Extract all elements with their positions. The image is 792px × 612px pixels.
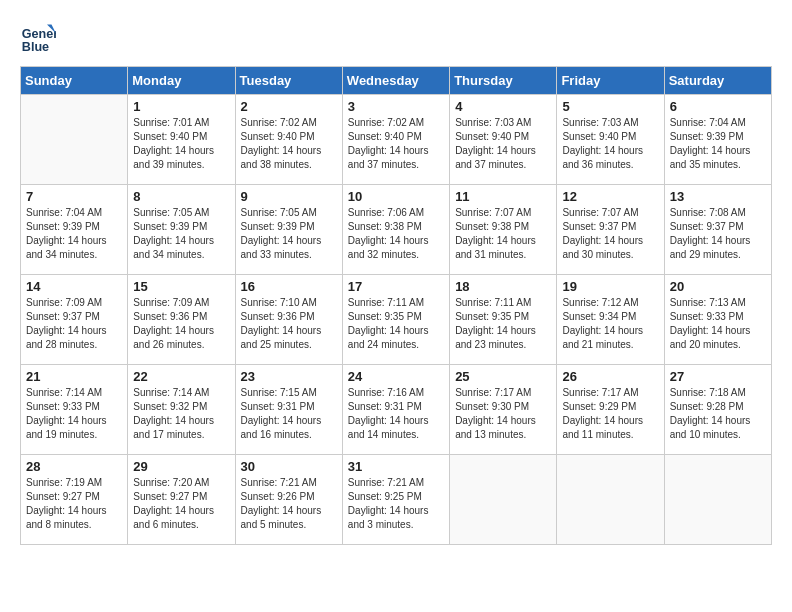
weekday-header: Sunday	[21, 67, 128, 95]
day-number: 31	[348, 459, 444, 474]
day-number: 18	[455, 279, 551, 294]
day-number: 24	[348, 369, 444, 384]
calendar-cell: 10Sunrise: 7:06 AM Sunset: 9:38 PM Dayli…	[342, 185, 449, 275]
calendar-cell	[450, 455, 557, 545]
day-info: Sunrise: 7:10 AM Sunset: 9:36 PM Dayligh…	[241, 296, 337, 352]
day-number: 15	[133, 279, 229, 294]
day-number: 25	[455, 369, 551, 384]
day-number: 12	[562, 189, 658, 204]
calendar-cell: 26Sunrise: 7:17 AM Sunset: 9:29 PM Dayli…	[557, 365, 664, 455]
day-info: Sunrise: 7:05 AM Sunset: 9:39 PM Dayligh…	[133, 206, 229, 262]
day-info: Sunrise: 7:05 AM Sunset: 9:39 PM Dayligh…	[241, 206, 337, 262]
calendar-cell: 25Sunrise: 7:17 AM Sunset: 9:30 PM Dayli…	[450, 365, 557, 455]
day-number: 3	[348, 99, 444, 114]
day-info: Sunrise: 7:03 AM Sunset: 9:40 PM Dayligh…	[562, 116, 658, 172]
day-info: Sunrise: 7:13 AM Sunset: 9:33 PM Dayligh…	[670, 296, 766, 352]
calendar-cell: 29Sunrise: 7:20 AM Sunset: 9:27 PM Dayli…	[128, 455, 235, 545]
day-info: Sunrise: 7:08 AM Sunset: 9:37 PM Dayligh…	[670, 206, 766, 262]
header: General Blue	[20, 20, 772, 56]
calendar-cell: 12Sunrise: 7:07 AM Sunset: 9:37 PM Dayli…	[557, 185, 664, 275]
calendar-cell: 1Sunrise: 7:01 AM Sunset: 9:40 PM Daylig…	[128, 95, 235, 185]
day-info: Sunrise: 7:02 AM Sunset: 9:40 PM Dayligh…	[241, 116, 337, 172]
day-number: 29	[133, 459, 229, 474]
day-number: 17	[348, 279, 444, 294]
calendar-cell: 28Sunrise: 7:19 AM Sunset: 9:27 PM Dayli…	[21, 455, 128, 545]
day-number: 8	[133, 189, 229, 204]
day-info: Sunrise: 7:07 AM Sunset: 9:38 PM Dayligh…	[455, 206, 551, 262]
day-info: Sunrise: 7:09 AM Sunset: 9:36 PM Dayligh…	[133, 296, 229, 352]
day-info: Sunrise: 7:17 AM Sunset: 9:29 PM Dayligh…	[562, 386, 658, 442]
day-number: 26	[562, 369, 658, 384]
day-info: Sunrise: 7:01 AM Sunset: 9:40 PM Dayligh…	[133, 116, 229, 172]
day-info: Sunrise: 7:12 AM Sunset: 9:34 PM Dayligh…	[562, 296, 658, 352]
day-info: Sunrise: 7:11 AM Sunset: 9:35 PM Dayligh…	[348, 296, 444, 352]
day-info: Sunrise: 7:03 AM Sunset: 9:40 PM Dayligh…	[455, 116, 551, 172]
calendar-cell: 23Sunrise: 7:15 AM Sunset: 9:31 PM Dayli…	[235, 365, 342, 455]
calendar-cell: 2Sunrise: 7:02 AM Sunset: 9:40 PM Daylig…	[235, 95, 342, 185]
day-number: 4	[455, 99, 551, 114]
day-info: Sunrise: 7:19 AM Sunset: 9:27 PM Dayligh…	[26, 476, 122, 532]
calendar-cell: 27Sunrise: 7:18 AM Sunset: 9:28 PM Dayli…	[664, 365, 771, 455]
calendar-cell: 13Sunrise: 7:08 AM Sunset: 9:37 PM Dayli…	[664, 185, 771, 275]
day-number: 16	[241, 279, 337, 294]
calendar-cell: 31Sunrise: 7:21 AM Sunset: 9:25 PM Dayli…	[342, 455, 449, 545]
svg-text:Blue: Blue	[22, 40, 49, 54]
day-number: 14	[26, 279, 122, 294]
calendar-cell: 30Sunrise: 7:21 AM Sunset: 9:26 PM Dayli…	[235, 455, 342, 545]
weekday-header: Friday	[557, 67, 664, 95]
day-number: 6	[670, 99, 766, 114]
calendar-cell: 4Sunrise: 7:03 AM Sunset: 9:40 PM Daylig…	[450, 95, 557, 185]
calendar-cell: 24Sunrise: 7:16 AM Sunset: 9:31 PM Dayli…	[342, 365, 449, 455]
day-number: 1	[133, 99, 229, 114]
day-info: Sunrise: 7:11 AM Sunset: 9:35 PM Dayligh…	[455, 296, 551, 352]
calendar-cell	[557, 455, 664, 545]
calendar-cell: 3Sunrise: 7:02 AM Sunset: 9:40 PM Daylig…	[342, 95, 449, 185]
day-info: Sunrise: 7:21 AM Sunset: 9:25 PM Dayligh…	[348, 476, 444, 532]
day-number: 7	[26, 189, 122, 204]
calendar-cell: 22Sunrise: 7:14 AM Sunset: 9:32 PM Dayli…	[128, 365, 235, 455]
day-number: 11	[455, 189, 551, 204]
day-info: Sunrise: 7:04 AM Sunset: 9:39 PM Dayligh…	[670, 116, 766, 172]
day-number: 21	[26, 369, 122, 384]
calendar-cell: 14Sunrise: 7:09 AM Sunset: 9:37 PM Dayli…	[21, 275, 128, 365]
day-number: 19	[562, 279, 658, 294]
calendar-cell: 15Sunrise: 7:09 AM Sunset: 9:36 PM Dayli…	[128, 275, 235, 365]
day-number: 9	[241, 189, 337, 204]
day-info: Sunrise: 7:07 AM Sunset: 9:37 PM Dayligh…	[562, 206, 658, 262]
day-info: Sunrise: 7:09 AM Sunset: 9:37 PM Dayligh…	[26, 296, 122, 352]
weekday-header: Wednesday	[342, 67, 449, 95]
day-info: Sunrise: 7:21 AM Sunset: 9:26 PM Dayligh…	[241, 476, 337, 532]
day-number: 13	[670, 189, 766, 204]
logo: General Blue	[20, 20, 56, 56]
calendar-cell: 20Sunrise: 7:13 AM Sunset: 9:33 PM Dayli…	[664, 275, 771, 365]
calendar-cell: 16Sunrise: 7:10 AM Sunset: 9:36 PM Dayli…	[235, 275, 342, 365]
day-number: 22	[133, 369, 229, 384]
calendar-cell: 9Sunrise: 7:05 AM Sunset: 9:39 PM Daylig…	[235, 185, 342, 275]
day-info: Sunrise: 7:20 AM Sunset: 9:27 PM Dayligh…	[133, 476, 229, 532]
day-number: 27	[670, 369, 766, 384]
calendar-cell: 7Sunrise: 7:04 AM Sunset: 9:39 PM Daylig…	[21, 185, 128, 275]
day-number: 28	[26, 459, 122, 474]
day-number: 5	[562, 99, 658, 114]
day-info: Sunrise: 7:16 AM Sunset: 9:31 PM Dayligh…	[348, 386, 444, 442]
calendar-cell: 21Sunrise: 7:14 AM Sunset: 9:33 PM Dayli…	[21, 365, 128, 455]
day-info: Sunrise: 7:06 AM Sunset: 9:38 PM Dayligh…	[348, 206, 444, 262]
weekday-header: Saturday	[664, 67, 771, 95]
day-number: 20	[670, 279, 766, 294]
calendar-cell: 19Sunrise: 7:12 AM Sunset: 9:34 PM Dayli…	[557, 275, 664, 365]
calendar-cell: 8Sunrise: 7:05 AM Sunset: 9:39 PM Daylig…	[128, 185, 235, 275]
day-number: 30	[241, 459, 337, 474]
weekday-header: Monday	[128, 67, 235, 95]
calendar-cell: 17Sunrise: 7:11 AM Sunset: 9:35 PM Dayli…	[342, 275, 449, 365]
weekday-header: Thursday	[450, 67, 557, 95]
day-info: Sunrise: 7:02 AM Sunset: 9:40 PM Dayligh…	[348, 116, 444, 172]
day-info: Sunrise: 7:18 AM Sunset: 9:28 PM Dayligh…	[670, 386, 766, 442]
logo-icon: General Blue	[20, 20, 56, 56]
calendar-table: SundayMondayTuesdayWednesdayThursdayFrid…	[20, 66, 772, 545]
calendar-cell: 6Sunrise: 7:04 AM Sunset: 9:39 PM Daylig…	[664, 95, 771, 185]
day-info: Sunrise: 7:04 AM Sunset: 9:39 PM Dayligh…	[26, 206, 122, 262]
calendar-cell	[664, 455, 771, 545]
day-info: Sunrise: 7:14 AM Sunset: 9:32 PM Dayligh…	[133, 386, 229, 442]
calendar-cell: 11Sunrise: 7:07 AM Sunset: 9:38 PM Dayli…	[450, 185, 557, 275]
calendar-cell	[21, 95, 128, 185]
